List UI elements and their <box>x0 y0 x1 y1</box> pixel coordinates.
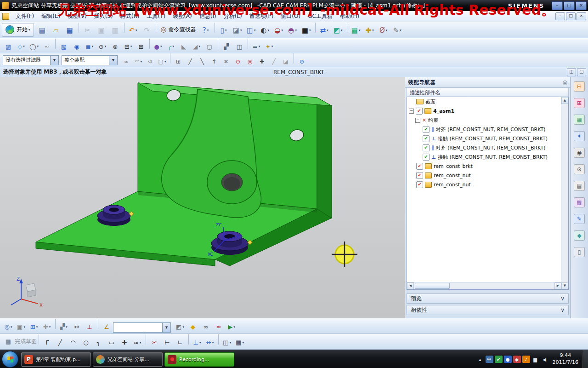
interpart-link-icon[interactable]: ∞ <box>200 321 212 333</box>
snap-point-on-surface-icon[interactable]: ◪ <box>280 56 291 67</box>
assembly-constraints-icon[interactable]: ⊥ <box>84 321 96 333</box>
menu-item[interactable]: 帮助(H) <box>336 11 363 22</box>
messenger-icon[interactable]: ● <box>504 356 512 363</box>
snap-endpoint-icon[interactable]: ╱ <box>185 56 196 67</box>
mdi-close-button[interactable]: × <box>577 12 586 20</box>
tree-checkbox[interactable]: ✔ <box>423 144 430 151</box>
menu-item[interactable]: 装配(A) <box>169 11 196 22</box>
preview-section-header[interactable]: 预览 ∨ <box>407 293 569 304</box>
pattern-component-icon[interactable]: ▞▾ <box>58 321 70 333</box>
extrude-icon[interactable]: ▧ <box>58 40 70 52</box>
process-studio-icon[interactable]: ▩ <box>572 196 587 209</box>
mdi-minimize-button[interactable]: – <box>555 12 565 20</box>
add-component-icon[interactable]: ⊞▾ <box>28 321 40 333</box>
open-icon[interactable]: ▱ <box>50 24 62 37</box>
command-finder-button[interactable]: ◎ 命令查找器 <box>158 24 199 36</box>
chevron-down-icon[interactable]: ▼ <box>109 56 117 65</box>
tree-row[interactable]: ✔∥对齐 (REM_CONST_NUT, REM_CONST_BRKT) <box>407 143 561 152</box>
point-icon[interactable]: ✚ <box>119 337 130 349</box>
snap-point-on-curve-icon[interactable]: ╱ <box>268 56 279 67</box>
sketch-grid-icon[interactable]: ▦ <box>2 336 14 348</box>
find-component-icon[interactable]: ◎▾ <box>2 321 14 333</box>
window-layout-icon[interactable]: ▯▾ <box>217 24 230 37</box>
shell-icon[interactable]: ▢ <box>204 40 215 52</box>
show-desktop-button[interactable] <box>582 350 588 368</box>
new-component-icon[interactable]: ✚▾ <box>41 321 53 333</box>
menu-item[interactable]: 信息(I) <box>196 11 220 22</box>
menu-item[interactable]: 分析(L) <box>220 11 246 22</box>
geometric-constraints-icon[interactable]: ⊥▾ <box>191 337 203 349</box>
menu-item[interactable]: 视图(V) <box>64 11 90 22</box>
scrollbar-track[interactable] <box>414 282 554 289</box>
previous-selection-icon[interactable]: ↺ <box>145 56 156 67</box>
maximize-button[interactable]: □ <box>564 1 575 10</box>
pocket-icon[interactable]: ⊟▾ <box>122 40 134 52</box>
pad-icon[interactable]: ⊞ <box>135 40 147 52</box>
menu-item[interactable]: 编辑(E) <box>38 11 64 22</box>
snapshot-icon[interactable]: ◓▾ <box>286 24 299 37</box>
manufacturing-wizard-icon[interactable]: ✎ <box>572 212 587 226</box>
roles-icon[interactable]: ◆ <box>572 229 587 242</box>
pan-rotate-icon[interactable]: ⇄▾ <box>318 24 331 37</box>
tree-row[interactable]: ✔∥对齐 (REM_CONST_NUT, REM_CONST_BRKT) <box>407 125 561 134</box>
chevron-down-icon[interactable]: ∨ <box>560 307 565 313</box>
snap-existing-point-icon[interactable]: ✚ <box>256 56 267 67</box>
pin-icon[interactable]: ◎ <box>563 79 567 86</box>
explode-assembly-icon[interactable]: ◆ <box>187 321 199 333</box>
tree-row[interactable]: −✔4_asm1 <box>407 106 561 115</box>
mirror-curve-icon[interactable]: ◫▾ <box>221 337 233 349</box>
select-chain-icon[interactable]: ∞ <box>121 56 132 67</box>
bracket-part[interactable] <box>36 83 332 266</box>
scroll-left-icon[interactable]: ◀ <box>407 282 414 289</box>
security-shield-icon[interactable]: ✔ <box>495 356 503 363</box>
pattern-curve-icon[interactable]: ▦▾ <box>234 337 246 349</box>
redo-icon[interactable]: ↷ <box>141 24 153 37</box>
tree-checkbox[interactable]: ✔ <box>423 126 430 133</box>
assembly-sequence-icon[interactable]: ▶▾ <box>226 321 237 333</box>
hd3d-tools-icon[interactable]: ◉ <box>572 146 587 160</box>
menu-item[interactable]: 首选项(P) <box>246 11 277 22</box>
expressions-icon[interactable]: =▾ <box>250 40 262 52</box>
unite-icon[interactable]: ●▾ <box>152 40 164 52</box>
mirror-feature-icon[interactable]: ◫ <box>233 40 245 52</box>
menu-item[interactable]: 窗口(O) <box>277 11 304 22</box>
taskbar-powerpoint-button[interactable]: P第4章 装配约束.p... <box>21 352 91 367</box>
menu-item[interactable]: 工具(T) <box>143 11 169 22</box>
curve-icon[interactable]: ◯▾ <box>28 40 40 52</box>
snap-quadrant-icon[interactable]: ◎ <box>244 56 255 67</box>
block-icon[interactable]: ◼▾ <box>84 40 96 52</box>
antivirus-icon[interactable]: ◆ <box>513 356 521 363</box>
viewport-3d[interactable]: ZC YC XC Z X <box>0 77 405 318</box>
tree-checkbox[interactable]: ✔ <box>416 172 423 179</box>
scrollbar-thumb[interactable] <box>415 283 450 289</box>
worksheet-icon[interactable]: ▦▾ <box>350 24 362 37</box>
sketch-icon[interactable]: ▨ <box>2 40 14 52</box>
annotation-pencil-icon[interactable]: ✎▾ <box>391 24 404 37</box>
save-icon[interactable]: ▦ <box>63 24 76 37</box>
paste-icon[interactable]: ▥ <box>109 24 122 37</box>
hole-icon[interactable]: ⊙▾ <box>96 40 108 52</box>
volume-icon[interactable]: ◀ <box>541 356 548 363</box>
tree-expander-icon[interactable]: − <box>409 109 414 114</box>
spline-icon[interactable]: ~ <box>41 40 53 52</box>
profile-icon[interactable]: Γ <box>41 337 53 349</box>
snap-midpoint-icon[interactable]: ╲ <box>197 56 208 67</box>
snap-arc-center-icon[interactable]: ⊙ <box>232 56 243 67</box>
rectangle-icon[interactable]: ▭ <box>106 337 118 349</box>
history-icon[interactable]: ⊙ <box>572 162 587 176</box>
menu-item[interactable]: GC工具箱 <box>304 11 336 22</box>
section-view-icon[interactable]: ◩▾ <box>332 24 345 37</box>
tree-checkbox[interactable]: ✔ <box>416 181 423 188</box>
display-mode-icon[interactable]: ◪▾ <box>231 24 244 37</box>
boss-icon[interactable]: ⊚ <box>109 40 121 52</box>
make-corner-icon[interactable]: ∟ <box>174 337 186 349</box>
datum-plane-icon[interactable]: ◇▾ <box>15 40 27 52</box>
selection-scope-combo[interactable]: 整个装配 ▼ <box>62 55 118 65</box>
scroll-up-icon[interactable]: ▲ <box>561 97 568 104</box>
tree-row[interactable]: ✔⊥接触 (REM_CONST_NUT, REM_CONST_BRKT) <box>407 152 561 161</box>
tree-checkbox[interactable]: ✔ <box>423 135 430 142</box>
dimensions-icon[interactable]: ↔▾ <box>204 337 216 349</box>
navigator-column-header[interactable]: 描述性部件名 <box>407 88 569 97</box>
add-tool-icon[interactable]: ✚▾ <box>363 24 376 37</box>
snap-intersection-icon[interactable]: ✕ <box>220 56 232 67</box>
